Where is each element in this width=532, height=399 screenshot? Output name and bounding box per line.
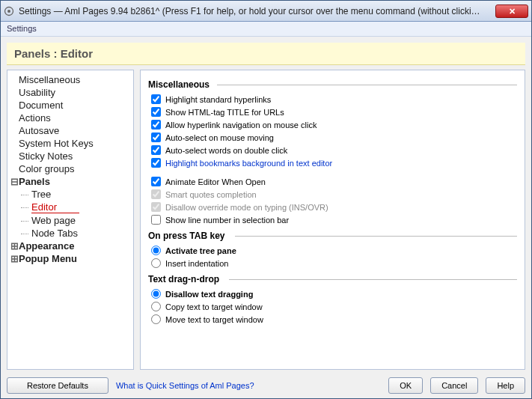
option-animate-editor-when-open[interactable]: Animate Editor When Open [148,175,517,188]
option-show-line-number-in-selection-[interactable]: Show line number in selection bar [148,213,517,226]
tree-item-panels[interactable]: ⊟Panels [10,175,130,188]
tree-item-usability[interactable]: Usability [10,86,130,99]
body: MiscellaneousUsabilityDocumentActionsAut… [7,70,525,370]
checkbox-input [151,189,161,199]
checkbox-input[interactable] [151,133,161,142]
settings-panel: MiscellaneousHighlight standard hyperlin… [140,70,525,370]
expand-icon: ⊞ [10,240,19,252]
tree-item-autosave[interactable]: Autosave [10,124,130,137]
nav-tree[interactable]: MiscellaneousUsabilityDocumentActionsAut… [7,70,134,370]
option-activate-tree-pane[interactable]: Activate tree pane [148,244,517,257]
close-button[interactable]: ✕ [495,4,528,18]
option-label: Activate tree pane [165,246,236,255]
tree-item-label: Miscellaneous [19,74,80,85]
radio-input[interactable] [151,289,161,299]
tree-item-system-hot-keys[interactable]: System Hot Keys [10,137,130,150]
page-title: Panels : Editor [7,43,525,65]
tree-item-web-page[interactable]: Web page [10,214,130,227]
menubar-label[interactable]: Settings [1,22,531,37]
option-label: Move text to target window [165,315,263,324]
help-button[interactable]: Help [486,377,525,394]
titlebar: Settings — Aml Pages 9.94 b2861^ (Press … [1,1,531,22]
option-label: Highlight standard hyperlinks [165,95,271,104]
checkbox-input[interactable] [151,177,161,186]
expand-icon: ⊞ [10,253,19,264]
tree-item-label: Usability [19,87,55,98]
option-smart-quotes-completion: Smart quotes completion [148,188,517,201]
tree-item-label: Popup Menu [19,253,77,264]
option-highlight-standard-hyperlinks[interactable]: Highlight standard hyperlinks [148,93,517,106]
tree-item-label: Actions [19,112,51,124]
option-disallow-text-dragging[interactable]: Disallow text dragging [148,287,517,300]
option-label: Highlight bookmarks background in text e… [165,159,332,168]
option-label: Insert indentation [165,259,228,268]
tree-item-label: Color groups [19,163,74,174]
tree-item-sticky-notes[interactable]: Sticky Notes [10,150,130,162]
tree-item-label: Tree [31,189,51,200]
tree-item-popup-menu[interactable]: ⊞Popup Menu [10,252,130,265]
tree-item-miscellaneous[interactable]: Miscellaneous [10,73,130,86]
footer: Restore Defaults What is Quick Settings … [7,370,525,394]
option-copy-text-to-target-window[interactable]: Copy text to target window [148,300,517,313]
quick-settings-link[interactable]: What is Quick Settings of Aml Pages? [116,381,254,390]
cancel-button[interactable]: Cancel [430,377,478,394]
checkbox-input[interactable] [151,107,161,117]
option-label: Auto-select words on double click [165,146,287,155]
checkbox-input[interactable] [151,145,161,155]
radio-input[interactable] [151,258,161,268]
radio-input[interactable] [151,302,161,311]
tree-item-color-groups[interactable]: Color groups [10,162,130,175]
checkbox-input[interactable] [151,94,161,104]
tree-item-label: Web page [31,215,76,226]
tree-item-label: Autosave [19,125,59,136]
group-title: On press TAB key [148,231,517,241]
option-label: Disallow text dragging [165,290,253,299]
tree-item-label: Panels [19,176,50,187]
option-label: Animate Editor When Open [165,177,266,186]
window-title: Settings — Aml Pages 9.94 b2861^ (Press … [19,6,495,16]
option-move-text-to-target-window[interactable]: Move text to target window [148,313,517,326]
tree-item-appearance[interactable]: ⊞Appearance [10,240,130,252]
option-label: Allow hyperlink navigation on mouse clic… [165,121,317,130]
option-allow-hyperlink-navigation-on-[interactable]: Allow hyperlink navigation on mouse clic… [148,118,517,131]
option-highlight-bookmarks-background[interactable]: Highlight bookmarks background in text e… [148,156,517,169]
restore-defaults-button[interactable]: Restore Defaults [7,377,108,394]
tree-item-label: System Hot Keys [19,138,94,149]
option-insert-indentation[interactable]: Insert indentation [148,257,517,269]
tree-item-actions[interactable]: Actions [10,112,130,124]
ok-button[interactable]: OK [388,377,423,394]
checkbox-input [151,202,161,212]
option-label: Disallow override mode on typing (INS/OV… [165,203,328,212]
expand-icon: ⊟ [10,176,19,187]
content: Panels : Editor MiscellaneousUsabilityDo… [1,37,531,399]
option-disallow-override-mode-on-typi: Disallow override mode on typing (INS/OV… [148,201,517,213]
option-show-html-tag-title-for-urls[interactable]: Show HTML-tag TITLE for URLs [148,106,517,118]
tree-item-label: Editor [31,201,79,213]
option-label: Smart quotes completion [165,190,257,199]
option-label: Show line number in selection bar [165,216,289,225]
gear-icon [4,6,14,16]
option-label: Show HTML-tag TITLE for URLs [165,108,284,117]
tree-item-document[interactable]: Document [10,99,130,112]
settings-window: Settings — Aml Pages 9.94 b2861^ (Press … [0,0,532,399]
group-title: Text drag-n-drop [148,274,517,284]
option-auto-select-on-mouse-moving[interactable]: Auto-select on mouse moving [148,131,517,144]
tree-item-label: Sticky Notes [19,150,73,162]
svg-point-1 [7,10,10,13]
tree-item-editor[interactable]: Editor [10,201,130,214]
checkbox-input[interactable] [151,158,161,168]
radio-input[interactable] [151,314,161,324]
tree-item-label: Appearance [19,240,74,252]
checkbox-input[interactable] [151,215,161,225]
group-title: Miscellaneous [148,79,517,90]
radio-input[interactable] [151,246,161,255]
tree-item-label: Node Tabs [31,228,78,239]
option-auto-select-words-on-double-cl[interactable]: Auto-select words on double click [148,144,517,156]
checkbox-input[interactable] [151,120,161,130]
tree-item-label: Document [19,100,63,111]
option-label: Auto-select on mouse moving [165,133,274,142]
tree-item-node-tabs[interactable]: Node Tabs [10,227,130,240]
tree-item-tree[interactable]: Tree [10,188,130,201]
option-label: Copy text to target window [165,302,263,311]
